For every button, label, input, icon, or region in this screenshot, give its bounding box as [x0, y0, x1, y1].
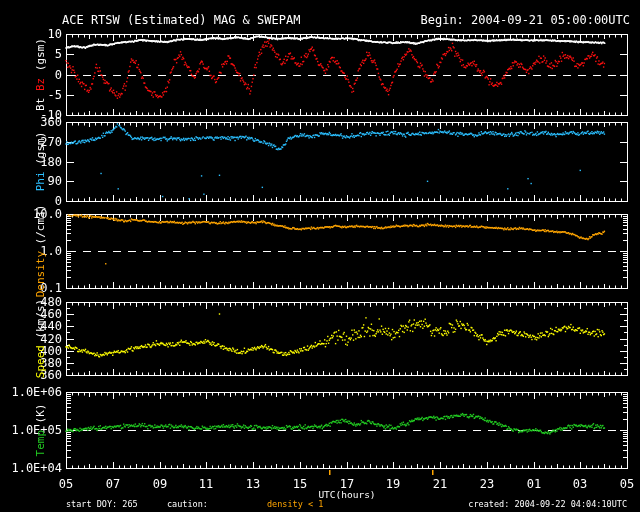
rtsw-plot-canvas — [0, 0, 640, 512]
created-timestamp: created: 2004-09-22 04:04:10UTC — [468, 499, 627, 509]
begin-timestamp: Begin: 2004-09-21 05:00:00UTC — [420, 13, 630, 27]
caution-label: caution: — [167, 499, 208, 509]
x-axis-label: UTC(hours) — [318, 489, 375, 500]
ace-rtsw-plot-window: ACE RTSW (Estimated) MAG & SWEPAM Begin:… — [0, 0, 640, 512]
caution-density-legend: density < 1 — [267, 499, 323, 509]
page-title: ACE RTSW (Estimated) MAG & SWEPAM — [62, 13, 300, 27]
start-doy-label: start DOY: 265 — [66, 499, 138, 509]
